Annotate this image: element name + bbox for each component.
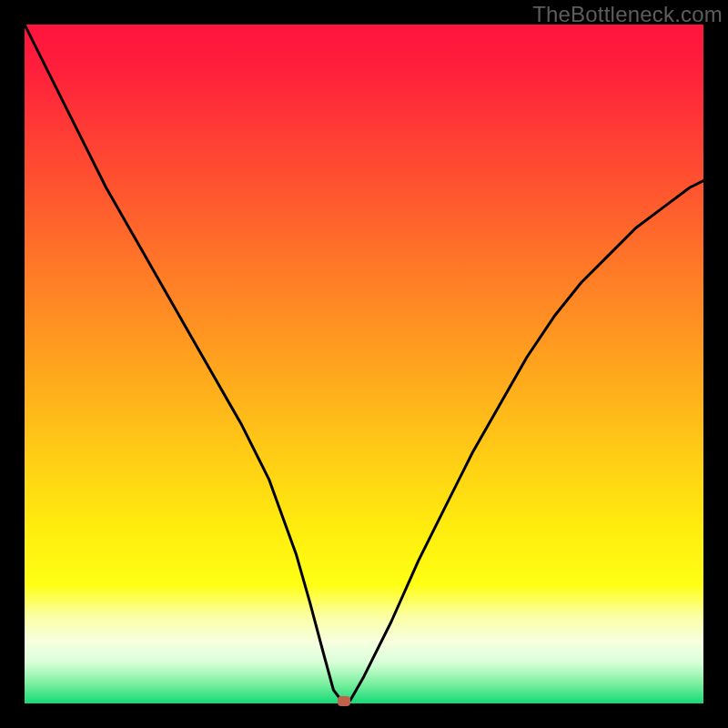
- plot-area: [25, 25, 703, 703]
- bottleneck-curve: [25, 25, 703, 703]
- watermark-text: TheBottleneck.com: [532, 2, 723, 27]
- chart-frame: TheBottleneck.com: [0, 0, 728, 728]
- optimum-marker: [338, 696, 350, 706]
